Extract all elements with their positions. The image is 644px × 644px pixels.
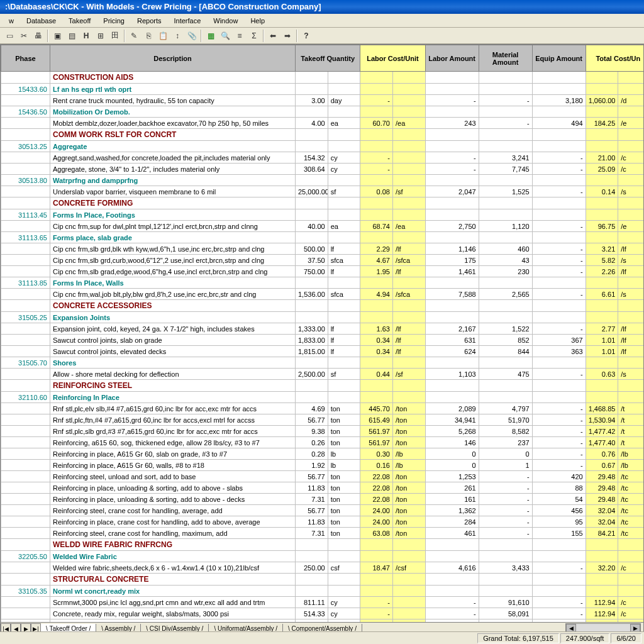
cell-equip-amount[interactable] [532, 141, 586, 152]
cell-description[interactable]: Forms place, slab grade [50, 232, 296, 243]
table-row[interactable]: 30513.25Aggregate [1, 141, 645, 152]
cell-total-cost-unit[interactable] [586, 574, 618, 586]
cell-material-amount[interactable]: 4,797 [479, 403, 532, 414]
cell-equip-amount[interactable]: - [532, 266, 586, 277]
cell-unit[interactable]: sfca [328, 255, 360, 266]
cell-material-amount[interactable] [479, 586, 532, 597]
cell-equip-amount[interactable] [532, 300, 586, 312]
cell-qty[interactable]: 500.00 [296, 243, 328, 255]
cell-lcu-unit[interactable] [392, 597, 425, 608]
cell-description[interactable]: Reinforcing steel, crane cost for handli… [50, 528, 296, 539]
cell-unit[interactable]: ton [328, 471, 360, 482]
cell-unit[interactable]: ton [328, 505, 360, 516]
cell-qty[interactable]: 56.77 [296, 471, 328, 482]
table-row[interactable]: Aggregt,sand,washed,for concrete,loaded … [1, 152, 645, 164]
cell-phase[interactable] [1, 221, 50, 232]
cell-labor-cost-unit[interactable]: 0.30 [360, 448, 393, 460]
menu-pricing[interactable]: Pricing [97, 15, 131, 26]
cell-tcu-unit[interactable] [618, 72, 644, 84]
cell-equip-amount[interactable]: - [532, 562, 586, 574]
cell-phase[interactable] [1, 335, 50, 346]
table-row[interactable]: Reinforcing steel, unload and sort, add … [1, 471, 645, 482]
cell-total-cost-unit[interactable] [586, 380, 618, 392]
cell-tcu-unit[interactable]: /lf [618, 335, 644, 346]
cut-icon[interactable]: ✂ [17, 29, 31, 43]
cell-qty[interactable]: 56.77 [296, 505, 328, 516]
cell-equip-amount[interactable]: - [532, 460, 586, 471]
cell-description[interactable]: Rnf stl,plc,elv slb,#4 #7,a615,grd 60,in… [50, 403, 296, 414]
cell-qty[interactable] [296, 392, 328, 403]
cell-labor-amount[interactable]: 7,588 [425, 289, 479, 300]
cell-equip-amount[interactable]: - [532, 323, 586, 335]
cell-total-cost-unit[interactable]: 25.09 [586, 164, 618, 175]
cell-description[interactable]: Scrmnwt,3000 psi,inc lcl agg,snd,prt cmn… [50, 597, 296, 608]
cell-tcu-unit[interactable]: /e [618, 221, 644, 232]
cell-material-amount[interactable] [479, 106, 532, 118]
cell-total-cost-unit[interactable]: 0.63 [586, 369, 618, 380]
cell-total-cost-unit[interactable] [586, 197, 618, 209]
cell-total-cost-unit[interactable]: 32.04 [586, 516, 618, 528]
table-row[interactable]: Scrmnwt,3000 psi,inc lcl agg,snd,prt cmn… [1, 597, 645, 608]
cell-total-cost-unit[interactable]: 5.82 [586, 255, 618, 266]
cell-unit[interactable]: csf [328, 562, 360, 574]
col-material-amount[interactable]: Material Amount [479, 45, 532, 72]
cell-qty[interactable]: 4.69 [296, 403, 328, 414]
cell-equip-amount[interactable]: 95 [532, 516, 586, 528]
cell-material-amount[interactable]: - [479, 471, 532, 482]
cell-equip-amount[interactable]: - [532, 608, 586, 619]
copy-icon[interactable]: ⎘ [142, 29, 155, 43]
cell-labor-amount[interactable] [425, 141, 479, 152]
cell-description[interactable]: Reinforcing in place, unloading & sortin… [50, 482, 296, 494]
cell-labor-cost-unit[interactable]: - [360, 95, 393, 106]
cell-phase[interactable] [1, 414, 50, 426]
cell-qty[interactable]: 1,536.00 [296, 289, 328, 300]
cell-tcu-unit[interactable] [618, 129, 644, 141]
cell-lcu-unit[interactable]: /ea [392, 118, 425, 129]
cell-description[interactable]: Reinforcing in place, crane cost for han… [50, 516, 296, 528]
cell-phase[interactable] [1, 460, 50, 471]
cell-phase[interactable] [1, 482, 50, 494]
cell-labor-amount[interactable] [425, 312, 479, 323]
cell-lcu-unit[interactable]: /sf [392, 369, 425, 380]
cell-lcu-unit[interactable] [392, 574, 425, 586]
cell-tcu-unit[interactable]: /tc [618, 471, 644, 482]
cell-total-cost-unit[interactable]: 0.67 [586, 460, 618, 471]
cell-tcu-unit[interactable] [618, 380, 644, 392]
table-row[interactable]: Reinforcing steel, crane cost for handli… [1, 528, 645, 539]
cell-total-cost-unit[interactable] [586, 106, 618, 118]
cell-phase[interactable] [1, 72, 50, 84]
cell-lcu-unit[interactable]: /ton [392, 528, 425, 539]
cell-total-cost-unit[interactable]: 84.21 [586, 528, 618, 539]
cell-total-cost-unit[interactable]: 29.48 [586, 471, 618, 482]
cell-total-cost-unit[interactable]: 1.01 [586, 346, 618, 357]
cell-unit[interactable] [328, 574, 360, 586]
cell-lcu-unit[interactable] [392, 164, 425, 175]
cell-equip-amount[interactable] [532, 357, 586, 369]
cell-description[interactable]: WELDD WIRE FABRIC RNFRCNG [50, 539, 296, 551]
cell-lcu-unit[interactable]: /ton [392, 482, 425, 494]
cell-equip-amount[interactable]: 3,180 [532, 95, 586, 106]
cell-qty[interactable] [296, 129, 328, 141]
cell-description[interactable]: Aggregate [50, 141, 296, 152]
cell-description[interactable]: Forms In Place, Walls [50, 277, 296, 289]
cell-labor-amount[interactable]: 4,616 [425, 562, 479, 574]
cell-unit[interactable]: ton [328, 494, 360, 505]
cell-description[interactable]: Watrprfng and dampprfng [50, 175, 296, 186]
cell-equip-amount[interactable] [532, 84, 586, 95]
cell-description[interactable]: STRUCTURAL CONCRETE [50, 574, 296, 586]
cell-lcu-unit[interactable]: /ton [392, 403, 425, 414]
cell-description[interactable]: Concrete, ready mix, regular weight, sla… [50, 608, 296, 619]
table-row[interactable]: Welded wire fabric,sheets,deck,6 x 6 - w… [1, 562, 645, 574]
cell-material-amount[interactable]: 3,241 [479, 152, 532, 164]
cell-phase[interactable] [1, 494, 50, 505]
cell-description[interactable]: Reinforcing in place, A615 Gr 60, slab o… [50, 448, 296, 460]
cell-qty[interactable]: 750.00 [296, 266, 328, 277]
cell-lcu-unit[interactable]: /lf [392, 335, 425, 346]
cell-lcu-unit[interactable]: /ton [392, 516, 425, 528]
table-row[interactable]: 31505.70Shores [1, 357, 645, 369]
cell-labor-amount[interactable] [425, 551, 479, 562]
cell-labor-cost-unit[interactable]: 0.16 [360, 460, 393, 471]
table-row[interactable]: Reinforcing, a615 60, sog, thickened edg… [1, 437, 645, 448]
table-row[interactable]: Reinforcing in place, crane cost for han… [1, 516, 645, 528]
cell-labor-amount[interactable]: 461 [425, 528, 479, 539]
